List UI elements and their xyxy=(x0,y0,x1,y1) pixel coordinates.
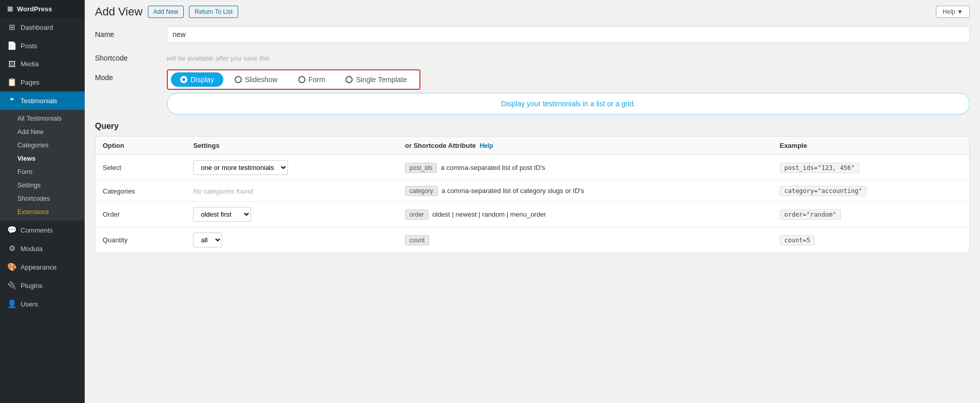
mode-selector: Display Slideshow Form Single Template xyxy=(167,69,420,90)
mode-slideshow-label: Slideshow xyxy=(245,75,278,84)
shortcode-attr-label: or Shortcode Attribute xyxy=(405,142,476,149)
mode-value: Display Slideshow Form Single Template xyxy=(167,69,970,114)
post-ids-example: post_ids="123, 456" xyxy=(780,163,859,173)
sidebar-item-label: Appearance xyxy=(21,263,56,271)
attr-count: count xyxy=(398,227,773,253)
users-icon: 👤 xyxy=(7,299,16,309)
modula-icon: ⚙ xyxy=(7,244,16,253)
settings-order: oldest first newest first random menu_or… xyxy=(186,202,397,227)
sidebar-sub-shortcodes[interactable]: Shortcodes xyxy=(0,192,85,205)
topbar: Add View Add New Return To List Help ▼ xyxy=(85,0,980,18)
mode-form-label: Form xyxy=(309,75,325,84)
sidebar-item-modula[interactable]: ⚙ Modula xyxy=(0,239,85,258)
col-shortcode: or Shortcode Attribute Help xyxy=(398,137,773,155)
select-dropdown[interactable]: one or more testimonials specific posts xyxy=(193,160,288,175)
count-example: count=5 xyxy=(780,235,815,245)
sidebar-item-label: Testimonials xyxy=(21,97,57,105)
topbar-left: Add View Add New Return To List xyxy=(95,5,238,18)
shortcode-row: Shortcode will be available after you sa… xyxy=(95,50,970,62)
mode-form-button[interactable]: Form xyxy=(289,72,335,87)
query-help-link[interactable]: Help xyxy=(479,142,493,149)
help-button[interactable]: Help ▼ xyxy=(936,6,970,18)
testimonials-icon: ❝ xyxy=(7,96,16,105)
sidebar-sub-all-testimonials[interactable]: All Testimonials xyxy=(0,112,85,125)
add-new-button[interactable]: Add New xyxy=(148,6,184,18)
shortcode-label: Shortcode xyxy=(95,50,167,62)
example-order: order="random" xyxy=(773,202,970,227)
post-ids-description: a comma-separated list of post ID's xyxy=(441,164,545,171)
sidebar-sub-settings[interactable]: Settings xyxy=(0,179,85,192)
sidebar-item-label: Users xyxy=(21,300,38,308)
mode-single-template-button[interactable]: Single Template xyxy=(336,72,416,87)
sidebar-item-label: Dashboard xyxy=(21,24,53,31)
mode-row: Mode Display Slideshow For xyxy=(95,69,970,114)
mode-description: Display your testimonials in a list or a… xyxy=(167,93,970,114)
table-row: Categories No categories found category … xyxy=(95,181,970,202)
page-title: Add View xyxy=(95,5,143,18)
mode-slideshow-button[interactable]: Slideshow xyxy=(225,72,287,87)
form-area: Name Shortcode will be available after y… xyxy=(85,18,980,261)
col-example: Example xyxy=(773,137,970,155)
testimonials-submenu: All Testimonials Add New Categories View… xyxy=(0,110,85,221)
main-content: Add View Add New Return To List Help ▼ N… xyxy=(85,0,980,403)
sidebar-item-label: Comments xyxy=(21,226,53,234)
sidebar-sub-views[interactable]: Views xyxy=(0,152,85,165)
order-dropdown[interactable]: oldest first newest first random menu_or… xyxy=(193,207,251,222)
category-badge: category xyxy=(405,186,438,196)
sidebar-sub-form[interactable]: Form xyxy=(0,165,85,179)
sidebar-item-media[interactable]: 🖼 Media xyxy=(0,55,85,73)
attr-order: order oldest | newest | random | menu_or… xyxy=(398,202,773,227)
sidebar-item-plugins[interactable]: 🔌 Plugins xyxy=(0,276,85,295)
shortcode-placeholder: will be available after you save this xyxy=(167,50,970,62)
settings-categories: No categories found xyxy=(186,181,397,202)
no-categories-text: No categories found xyxy=(193,187,253,195)
name-row: Name xyxy=(95,26,970,43)
option-select: Select xyxy=(95,155,186,181)
sidebar-item-dashboard[interactable]: ⊞ Dashboard xyxy=(0,18,85,36)
comments-icon: 💬 xyxy=(7,225,16,235)
sidebar-item-comments[interactable]: 💬 Comments xyxy=(0,221,85,239)
sidebar-logo-text: WordPress xyxy=(17,5,52,13)
radio-display-inner xyxy=(182,78,185,81)
count-badge: count xyxy=(405,235,429,245)
sidebar-item-users[interactable]: 👤 Users xyxy=(0,295,85,313)
sidebar-item-label: Media xyxy=(21,60,39,68)
col-settings: Settings xyxy=(186,137,397,155)
option-quantity: Quantity xyxy=(95,227,186,253)
example-post-ids: post_ids="123, 456" xyxy=(773,155,970,181)
attr-category: category a comma-separated list of categ… xyxy=(398,181,773,202)
query-section-title: Query xyxy=(95,122,970,131)
mode-single-template-label: Single Template xyxy=(356,75,407,84)
col-option: Option xyxy=(95,137,186,155)
quantity-dropdown[interactable]: all 5 10 20 xyxy=(193,233,222,247)
sidebar-sub-extensions[interactable]: Extensions xyxy=(0,205,85,219)
mode-display-button[interactable]: Display xyxy=(171,72,223,87)
dashboard-icon: ⊞ xyxy=(7,23,16,32)
sidebar-item-pages[interactable]: 📋 Pages xyxy=(0,73,85,91)
pages-icon: 📋 xyxy=(7,78,16,87)
name-input[interactable] xyxy=(167,26,970,43)
radio-form-circle xyxy=(298,76,305,83)
mode-display-label: Display xyxy=(190,75,214,84)
sidebar-sub-categories[interactable]: Categories xyxy=(0,139,85,152)
table-row: Select one or more testimonials specific… xyxy=(95,155,970,181)
settings-quantity: all 5 10 20 xyxy=(186,227,397,253)
mode-label: Mode xyxy=(95,69,167,82)
posts-icon: 📄 xyxy=(7,41,16,50)
sidebar-item-testimonials[interactable]: ❝ Testimonials xyxy=(0,91,85,110)
return-to-list-button[interactable]: Return To List xyxy=(189,6,238,18)
sidebar-logo: ⊞ WordPress xyxy=(0,0,85,18)
table-row: Quantity all 5 10 20 count xyxy=(95,227,970,253)
table-header-row: Option Settings or Shortcode Attribute H… xyxy=(95,137,970,155)
shortcode-value: will be available after you save this xyxy=(167,50,970,62)
sidebar-item-appearance[interactable]: 🎨 Appearance xyxy=(0,258,85,276)
sidebar-item-posts[interactable]: 📄 Posts xyxy=(0,36,85,55)
attr-post-ids: post_ids a comma-separated list of post … xyxy=(398,155,773,181)
option-order: Order xyxy=(95,202,186,227)
settings-select: one or more testimonials specific posts xyxy=(186,155,397,181)
sidebar-sub-add-new[interactable]: Add New xyxy=(0,125,85,139)
radio-single-template-circle xyxy=(345,76,353,83)
query-table: Option Settings or Shortcode Attribute H… xyxy=(95,136,970,253)
radio-slideshow-circle xyxy=(235,76,242,83)
name-value xyxy=(167,26,970,43)
